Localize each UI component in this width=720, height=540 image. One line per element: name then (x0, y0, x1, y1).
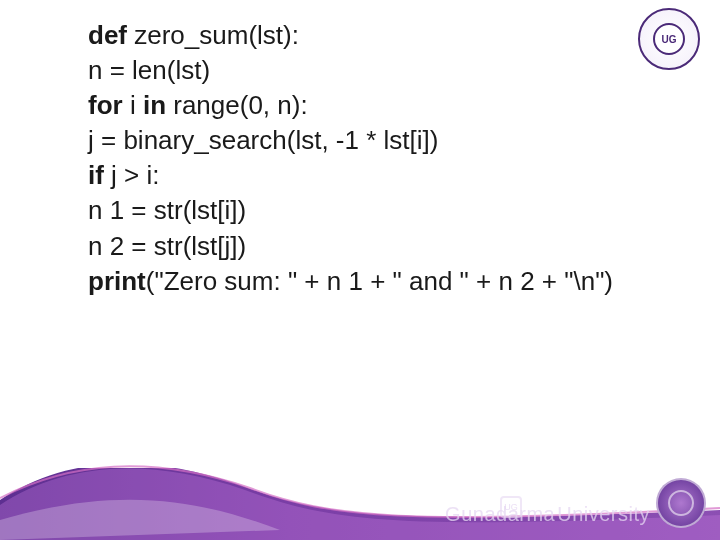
keyword-print: print (88, 266, 146, 296)
keyword-for: for (88, 90, 123, 120)
keyword-if: if (88, 160, 104, 190)
code-line-6: n 1 = str(lst[i]) (88, 193, 680, 228)
brand-suffix: University (557, 503, 650, 526)
footer-logo-icon (656, 478, 706, 528)
keyword-in: in (143, 90, 166, 120)
code-block: def zero_sum(lst): n = len(lst) for i in… (88, 18, 680, 299)
code-text: j > i: (104, 160, 160, 190)
code-line-7: n 2 = str(lst[j]) (88, 229, 680, 264)
code-line-1: def zero_sum(lst): (88, 18, 680, 53)
code-text: range(0, n): (166, 90, 308, 120)
footer-logo-inner-icon (668, 490, 694, 516)
code-line-3: for i in range(0, n): (88, 88, 680, 123)
footer-banner: UG Gunadarma University (0, 445, 720, 540)
code-text: zero_sum(lst): (127, 20, 299, 50)
code-line-5: if j > i: (88, 158, 680, 193)
code-line-8: print("Zero sum: " + n 1 + " and " + n 2… (88, 264, 680, 299)
code-text: ("Zero sum: " + n 1 + " and " + n 2 + "\… (146, 266, 613, 296)
code-line-2: n = len(lst) (88, 53, 680, 88)
brand-name: Gunadarma (445, 503, 555, 526)
code-line-4: j = binary_search(lst, -1 * lst[i]) (88, 123, 680, 158)
slide: UG def zero_sum(lst): n = len(lst) for i… (0, 0, 720, 540)
brand-text: Gunadarma University (445, 503, 650, 526)
keyword-def: def (88, 20, 127, 50)
code-text: i (123, 90, 143, 120)
